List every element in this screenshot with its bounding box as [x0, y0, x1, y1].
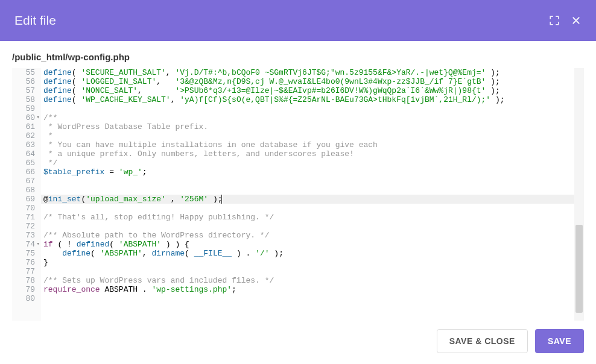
code-line[interactable]: define( 'SECURE_AUTH_SALT', 'Vj.D/T#:^b,… [41, 68, 584, 77]
fullscreen-icon[interactable] [549, 15, 560, 26]
line-number: 62 [16, 131, 35, 140]
code-line[interactable]: } [41, 258, 584, 267]
code-line[interactable]: /** Sets up WordPress vars and included … [41, 276, 584, 285]
code-line[interactable]: */ [41, 158, 584, 168]
line-number: 69 [16, 195, 35, 204]
code-line[interactable] [41, 222, 584, 231]
code-line[interactable]: $table_prefix = 'wp_'; [41, 168, 584, 177]
line-number: 67 [16, 177, 35, 186]
line-number: 66 [16, 168, 35, 177]
code-line[interactable] [41, 267, 584, 276]
modal-footer: SAVE & CLOSE SAVE [0, 321, 596, 364]
code-line[interactable]: * a unique prefix. Only numbers, letters… [41, 149, 584, 158]
code-line[interactable]: * WordPress Database Table prefix. [41, 122, 584, 131]
code-line[interactable]: define( 'WP_CACHE_KEY_SALT', 'yA)f[Cf)S{… [41, 95, 584, 104]
code-line[interactable]: define( 'NONCE_SALT', '>PSUb6*q3/+13=@Il… [41, 86, 584, 95]
code-line[interactable]: /* That's all, stop editing! Happy publi… [41, 213, 584, 222]
line-number: 71 [16, 213, 35, 222]
line-number: 65 [16, 158, 35, 168]
line-number: 64 [16, 149, 35, 158]
line-number: 78 [16, 276, 35, 285]
line-number: 75 [16, 249, 35, 258]
line-number: 63 [16, 140, 35, 149]
code-line[interactable]: define( 'ABSPATH', dirname( __FILE__ ) .… [41, 249, 584, 258]
header-icon-group [549, 15, 582, 26]
line-number: 55 [16, 68, 35, 77]
line-number: 58 [16, 95, 35, 104]
code-area[interactable]: define( 'SECURE_AUTH_SALT', 'Vj.D/T#:^b,… [41, 68, 584, 321]
code-editor[interactable]: 555657585960▾616263646566676869707172737… [12, 68, 584, 321]
code-line[interactable] [41, 294, 584, 303]
code-line[interactable] [41, 177, 584, 186]
line-number: 77 [16, 267, 35, 276]
line-number: 60▾ [16, 113, 35, 122]
save-button[interactable]: SAVE [535, 329, 584, 353]
line-number: 79 [16, 285, 35, 294]
code-line[interactable]: /** [41, 113, 584, 122]
file-path: /public_html/wp-config.php [0, 41, 596, 68]
code-line[interactable]: @ini_set('upload_max_size' , '256M' ); [41, 195, 584, 204]
line-number: 74▾ [16, 240, 35, 249]
code-line[interactable]: /** Absolute path to the WordPress direc… [41, 231, 584, 240]
close-icon[interactable] [571, 15, 582, 26]
line-number: 56 [16, 77, 35, 86]
editor-scrollbar[interactable] [574, 68, 584, 321]
code-line[interactable] [41, 204, 584, 213]
line-number: 76 [16, 258, 35, 267]
line-number: 72 [16, 222, 35, 231]
code-line[interactable] [41, 186, 584, 195]
line-number: 57 [16, 86, 35, 95]
code-line[interactable]: require_once ABSPATH . 'wp-settings.php'… [41, 285, 584, 294]
fold-marker-icon[interactable]: ▾ [37, 240, 40, 249]
code-line[interactable]: define( 'LOGGED_IN_SALT', '3&@zQB&Mz,n{D… [41, 77, 584, 86]
line-number: 73 [16, 231, 35, 240]
modal-title: Edit file [14, 13, 56, 28]
line-number: 80 [16, 294, 35, 303]
line-number: 68 [16, 186, 35, 195]
line-number: 70 [16, 204, 35, 213]
fold-marker-icon[interactable]: ▾ [37, 113, 40, 122]
code-line[interactable]: * [41, 131, 584, 140]
code-line[interactable] [41, 104, 584, 113]
line-number-gutter: 555657585960▾616263646566676869707172737… [12, 68, 41, 321]
save-close-button[interactable]: SAVE & CLOSE [437, 329, 528, 353]
code-line[interactable]: * You can have multiple installations in… [41, 140, 584, 149]
line-number: 59 [16, 104, 35, 113]
code-line[interactable]: if ( ! defined( 'ABSPATH' ) ) { [41, 240, 584, 249]
scrollbar-thumb[interactable] [575, 225, 583, 313]
modal-header: Edit file [0, 0, 596, 41]
line-number: 61 [16, 122, 35, 131]
